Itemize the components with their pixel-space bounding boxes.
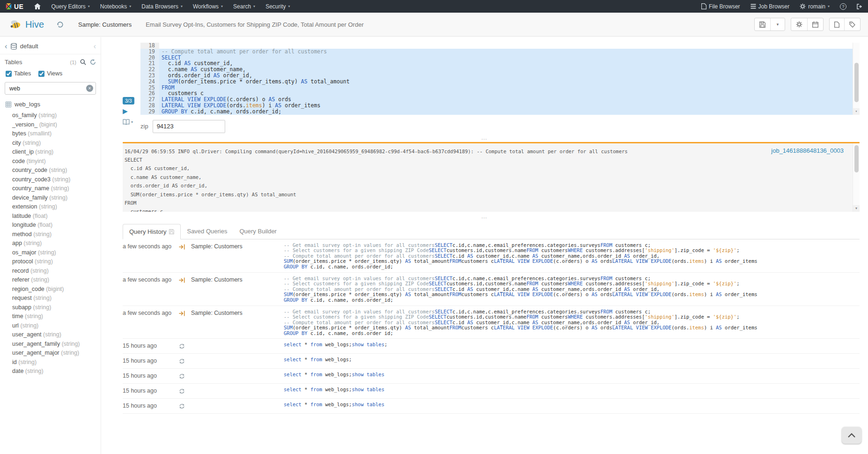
column-item-device_family[interactable]: device_family (string)	[12, 194, 101, 203]
scrollbar-thumb[interactable]	[854, 145, 859, 172]
scroll-to-top-button[interactable]	[842, 427, 861, 444]
column-item-record[interactable]: record (string)	[12, 267, 101, 276]
views-filter[interactable]: Views	[38, 70, 62, 77]
resize-handle[interactable]: …	[101, 215, 868, 219]
clear-search-icon[interactable]: ×	[86, 85, 93, 92]
search-icon[interactable]	[80, 59, 86, 65]
collapse-panel-icon[interactable]: ‹	[94, 44, 96, 49]
column-item-user_agent_family[interactable]: user_agent_family (string)	[12, 340, 101, 349]
docs-button[interactable]: ▾	[123, 119, 140, 125]
sql-token: GROUP BY	[284, 297, 308, 303]
column-item-subapp[interactable]: subapp (string)	[12, 303, 101, 313]
job-link[interactable]: job_1461888648136_0003	[771, 147, 844, 154]
nav-menu-data-browsers[interactable]: Data Browsers▾	[136, 0, 188, 13]
sql-token: FROM	[526, 247, 538, 253]
column-item-country_code3[interactable]: country_code3 (string)	[12, 175, 101, 185]
resize-handle[interactable]: …	[101, 136, 868, 141]
history-row[interactable]: 15 hours agoselect * from web_logs;show …	[123, 384, 860, 399]
back-chevron-icon[interactable]: ‹	[5, 44, 7, 49]
nav-menu-security[interactable]: Security▾	[260, 0, 295, 13]
nav-menu-query-editors[interactable]: Query Editors▾	[46, 0, 95, 13]
column-item-city[interactable]: city (string)	[12, 139, 101, 148]
gutter-line-number: 28	[140, 103, 159, 109]
column-item-id[interactable]: id (string)	[12, 358, 101, 367]
column-item-client_ip[interactable]: client_ip (string)	[12, 148, 101, 157]
column-item-date[interactable]: date (string)	[12, 367, 101, 376]
editor-code-line[interactable]: SUM(order_items.price * order_items.qty)…	[159, 79, 853, 85]
history-row[interactable]: 15 hours agoselect * from web_logs;show …	[123, 339, 860, 354]
column-item-code[interactable]: code (tinyint)	[12, 157, 101, 166]
scrollbar-thumb[interactable]	[854, 63, 859, 102]
save-button[interactable]	[755, 18, 771, 30]
column-item-os_major[interactable]: os_major (string)	[12, 248, 101, 258]
column-item-longitude[interactable]: longitude (float)	[12, 221, 101, 230]
job-browser-button[interactable]: Job Browser	[745, 0, 795, 13]
logout-button[interactable]	[852, 0, 868, 13]
code-editor[interactable]: 181920212223242526272829 -- Compute tota…	[140, 43, 860, 115]
nav-menu-workflows[interactable]: Workflows▾	[188, 0, 228, 13]
file-browser-button[interactable]: File Browser	[696, 0, 745, 13]
refresh-icon[interactable]	[90, 59, 96, 65]
settings-button[interactable]	[791, 18, 808, 30]
editor-scrollbar[interactable]: ▾	[853, 43, 860, 115]
hue-logo[interactable]: UE	[0, 0, 29, 13]
column-item-url[interactable]: url (string)	[12, 321, 101, 331]
help-button[interactable]: ?	[835, 0, 852, 13]
query-history-button[interactable]	[56, 21, 64, 29]
scroll-down-arrow-icon[interactable]: ▾	[853, 205, 860, 212]
column-item-latitude[interactable]: latitude (float)	[12, 212, 101, 221]
nav-menu-search[interactable]: Search▾	[228, 0, 260, 13]
save-dropdown-button[interactable]: ▾	[771, 18, 785, 30]
column-item-bytes[interactable]: bytes (smallint)	[12, 129, 101, 139]
editor-code-line[interactable]: GROUP BY c.id, c.name, ords.order_id;	[159, 109, 853, 115]
history-row[interactable]: 15 hours agoselect * from web_logs;show …	[123, 369, 860, 384]
history-row[interactable]: a few seconds agoSample: Customers-- Get…	[123, 273, 860, 306]
tab-saved-queries[interactable]: Saved Queries	[181, 224, 233, 239]
editor-code-line[interactable]: -- Compute total amount per order for al…	[159, 49, 853, 55]
column-item-request[interactable]: request (string)	[12, 294, 101, 303]
column-item-extension[interactable]: extension (string)	[12, 202, 101, 212]
column-item-time[interactable]: time (string)	[12, 312, 101, 321]
tags-button[interactable]	[845, 18, 860, 30]
new-document-button[interactable]	[830, 18, 845, 30]
column-item-country_name[interactable]: country_name (string)	[12, 184, 101, 194]
column-item-referer[interactable]: referer (string)	[12, 275, 101, 285]
home-button[interactable]	[29, 0, 46, 13]
table-item-web-logs[interactable]: web_logs	[0, 97, 101, 110]
scroll-down-arrow-icon[interactable]: ▾	[853, 108, 860, 115]
column-item-method[interactable]: method (string)	[12, 230, 101, 239]
column-item-country_code[interactable]: country_code (string)	[12, 166, 101, 175]
query-log-panel[interactable]: 16/04/29 06:59:55 INFO ql.Driver: Compil…	[123, 143, 860, 212]
execute-button[interactable]: ▶	[123, 108, 140, 114]
column-item-_version_[interactable]: _version_ (bigint)	[12, 120, 101, 130]
editor-code-line[interactable]: c.name AS customer_name,	[159, 67, 853, 73]
tables-filter[interactable]: Tables	[6, 70, 31, 77]
user-menu[interactable]: romain ▾	[794, 0, 835, 13]
column-item-region_code[interactable]: region_code (bigint)	[12, 285, 101, 294]
column-item-user_agent_major[interactable]: user_agent_major (string)	[12, 349, 101, 358]
tab-query-history[interactable]: Query History	[123, 224, 181, 239]
table-search-input[interactable]	[5, 82, 96, 95]
variable-input[interactable]	[153, 120, 225, 133]
history-row[interactable]: a few seconds agoSample: Customers-- Get…	[123, 239, 860, 273]
hive-app-link[interactable]: Hive	[9, 19, 44, 30]
schedule-button[interactable]	[808, 18, 823, 30]
column-item-protocol[interactable]: protocol (string)	[12, 257, 101, 267]
editor-code-line[interactable]: c.id AS customer_id,	[159, 60, 853, 67]
database-row[interactable]: ‹ default ‹	[0, 37, 101, 54]
tables-checkbox[interactable]	[6, 71, 12, 77]
tab-query-builder[interactable]: Query Builder	[233, 224, 282, 239]
column-item-app[interactable]: app (string)	[12, 239, 101, 248]
history-row[interactable]: a few seconds agoSample: Customers-- Get…	[123, 306, 860, 339]
views-checkbox[interactable]	[38, 71, 44, 77]
history-row[interactable]: 15 hours agoselect * from web_logs;	[123, 354, 860, 369]
column-item-user_agent[interactable]: user_agent (string)	[12, 330, 101, 340]
history-row[interactable]: 15 hours agoselect * from web_logs;show …	[123, 399, 860, 414]
column-item-os_family[interactable]: os_family (string)	[12, 111, 101, 120]
column-type: (string)	[36, 249, 56, 256]
editor-code-line[interactable]: SELECT	[159, 55, 853, 61]
editor-code[interactable]: -- Compute total amount per order for al…	[159, 43, 853, 115]
editor-code-line[interactable]: FROM	[159, 85, 853, 91]
log-scrollbar[interactable]: ▾	[853, 143, 860, 212]
nav-menu-notebooks[interactable]: Notebooks▾	[95, 0, 136, 13]
